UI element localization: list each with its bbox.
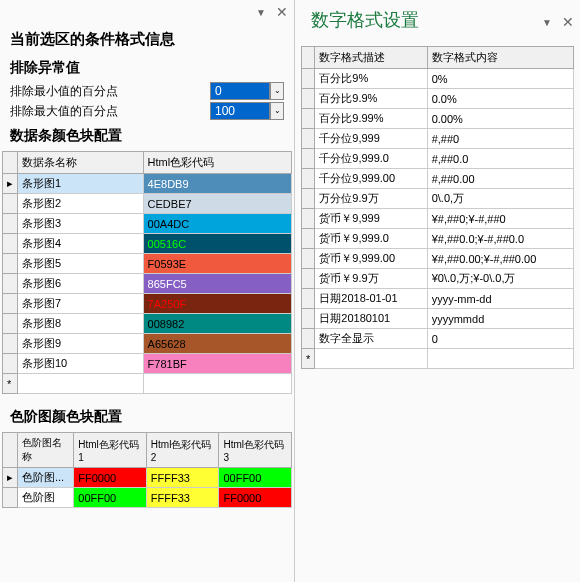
cell-content[interactable]: ¥#,##0.00;¥-#,##0.00 [427, 249, 573, 269]
table-row[interactable]: 色阶图 00FF00 FFFF33 FF0000 [3, 488, 292, 508]
table-row[interactable]: 百分比9.9% 0.0% [302, 89, 574, 109]
table-row[interactable]: 条形图7 7A250F [3, 294, 292, 314]
table-row[interactable]: 千分位9,999 #,##0 [302, 129, 574, 149]
cell-colorcode[interactable]: 865FC5 [143, 274, 291, 294]
table-row[interactable]: 百分比9.99% 0.00% [302, 109, 574, 129]
cell-desc[interactable]: 货币￥9.9万 [315, 269, 427, 289]
cell-c1[interactable]: 00FF00 [74, 488, 147, 508]
cell-colorcode[interactable]: CEDBE7 [143, 194, 291, 214]
table-row[interactable]: 条形图3 00A4DC [3, 214, 292, 234]
gradient-table-wrap: 色阶图名称 Html色彩代码1 Html色彩代码2 Html色彩代码3 ▸ 色阶… [0, 430, 294, 508]
table-row[interactable]: 百分比9% 0% [302, 69, 574, 89]
cell-c3[interactable]: FF0000 [219, 488, 292, 508]
cell-content[interactable]: ¥#,##0.0;¥-#,##0.0 [427, 229, 573, 249]
table-row[interactable]: 货币￥9,999 ¥#,##0;¥-#,##0 [302, 209, 574, 229]
cell-name[interactable]: 条形图2 [18, 194, 144, 214]
table-row[interactable]: 条形图10 F781BF [3, 354, 292, 374]
cell-name[interactable]: 条形图7 [18, 294, 144, 314]
cell-content[interactable]: 0\.0,万 [427, 189, 573, 209]
cell-desc[interactable]: 货币￥9,999.00 [315, 249, 427, 269]
cell-content[interactable]: yyyymmdd [427, 309, 573, 329]
cell-content[interactable]: #,##0.00 [427, 169, 573, 189]
cell-desc[interactable]: 百分比9.9% [315, 89, 427, 109]
cell-desc[interactable]: 日期20180101 [315, 309, 427, 329]
cell-colorcode[interactable]: F0593E [143, 254, 291, 274]
cell-desc[interactable]: 货币￥9,999.0 [315, 229, 427, 249]
table-row[interactable]: 条形图6 865FC5 [3, 274, 292, 294]
cell-gname[interactable]: 色阶图... [18, 468, 74, 488]
table-row[interactable]: 条形图5 F0593E [3, 254, 292, 274]
outlier-max-input[interactable] [210, 102, 270, 120]
cell-colorcode[interactable]: 008982 [143, 314, 291, 334]
row-header-blank [302, 47, 315, 69]
cell-content[interactable]: #,##0.0 [427, 149, 573, 169]
spinner-icon[interactable]: ⌄ [270, 102, 284, 120]
cell-desc[interactable]: 日期2018-01-01 [315, 289, 427, 309]
outlier-max-row: 排除最大值的百分点 ⌄ [0, 101, 294, 121]
table-row[interactable]: 数字全显示 0 [302, 329, 574, 349]
table-header-row: 数字格式描述 数字格式内容 [302, 47, 574, 69]
cell-name[interactable]: 条形图8 [18, 314, 144, 334]
cell-desc[interactable]: 百分比9% [315, 69, 427, 89]
table-header-row: 色阶图名称 Html色彩代码1 Html色彩代码2 Html色彩代码3 [3, 433, 292, 468]
table-row[interactable]: 货币￥9.9万 ¥0\.0,万;¥-0\.0,万 [302, 269, 574, 289]
table-new-row[interactable]: * [302, 349, 574, 369]
cell-desc[interactable]: 千分位9,999.0 [315, 149, 427, 169]
cell-content[interactable]: ¥0\.0,万;¥-0\.0,万 [427, 269, 573, 289]
table-row[interactable]: 万分位9.9万 0\.0,万 [302, 189, 574, 209]
cell-colorcode[interactable]: 7A250F [143, 294, 291, 314]
table-new-row[interactable]: * [3, 374, 292, 394]
cell-name[interactable]: 条形图10 [18, 354, 144, 374]
cell-colorcode[interactable]: F781BF [143, 354, 291, 374]
outlier-min-input[interactable] [210, 82, 270, 100]
close-icon[interactable]: ✕ [276, 4, 288, 20]
cell-c3[interactable]: 00FF00 [219, 468, 292, 488]
table-row[interactable]: ▸ 色阶图... FF0000 FFFF33 00FF00 [3, 468, 292, 488]
cell-c2[interactable]: FFFF33 [146, 488, 219, 508]
cell-colorcode[interactable]: 00A4DC [143, 214, 291, 234]
cell-gname[interactable]: 色阶图 [18, 488, 74, 508]
cell-desc[interactable]: 千分位9,999 [315, 129, 427, 149]
dropdown-icon[interactable]: ▼ [256, 7, 266, 18]
cell-content[interactable]: 0.0% [427, 89, 573, 109]
cell-content[interactable]: yyyy-mm-dd [427, 289, 573, 309]
cell-c1[interactable]: FF0000 [74, 468, 147, 488]
cell-colorcode[interactable]: 4E8DB9 [143, 174, 291, 194]
cell-name[interactable]: 条形图5 [18, 254, 144, 274]
cell-name[interactable]: 条形图4 [18, 234, 144, 254]
databar-table: 数据条名称 Html色彩代码 ▸ 条形图1 4E8DB9 条形图2 CEDBE7… [2, 151, 292, 394]
cell-content[interactable]: 0% [427, 69, 573, 89]
table-row[interactable]: 千分位9,999.00 #,##0.00 [302, 169, 574, 189]
table-row[interactable]: 千分位9,999.0 #,##0.0 [302, 149, 574, 169]
table-row[interactable]: 条形图8 008982 [3, 314, 292, 334]
cell-content[interactable]: #,##0 [427, 129, 573, 149]
col-c1: Html色彩代码1 [74, 433, 147, 468]
cell-desc[interactable]: 万分位9.9万 [315, 189, 427, 209]
cell-desc[interactable]: 数字全显示 [315, 329, 427, 349]
cell-desc[interactable]: 货币￥9,999 [315, 209, 427, 229]
cell-colorcode[interactable]: 00516C [143, 234, 291, 254]
table-row[interactable]: 货币￥9,999.00 ¥#,##0.00;¥-#,##0.00 [302, 249, 574, 269]
cell-name[interactable]: 条形图3 [18, 214, 144, 234]
close-icon[interactable]: ✕ [562, 14, 574, 30]
table-row[interactable]: 条形图9 A65628 [3, 334, 292, 354]
table-row[interactable]: 条形图4 00516C [3, 234, 292, 254]
cell-c2[interactable]: FFFF33 [146, 468, 219, 488]
cell-colorcode[interactable]: A65628 [143, 334, 291, 354]
cell-desc[interactable]: 千分位9,999.00 [315, 169, 427, 189]
dropdown-icon[interactable]: ▼ [542, 17, 552, 28]
cell-name[interactable]: 条形图9 [18, 334, 144, 354]
table-row[interactable]: 日期2018-01-01 yyyy-mm-dd [302, 289, 574, 309]
cell-name[interactable]: 条形图6 [18, 274, 144, 294]
spinner-icon[interactable]: ⌄ [270, 82, 284, 100]
cell-content[interactable]: 0 [427, 329, 573, 349]
table-row[interactable]: 条形图2 CEDBE7 [3, 194, 292, 214]
table-row[interactable]: 日期20180101 yyyymmdd [302, 309, 574, 329]
right-panel-header: 数字格式设置 ▼ ✕ [295, 0, 580, 44]
cell-content[interactable]: ¥#,##0;¥-#,##0 [427, 209, 573, 229]
table-row[interactable]: ▸ 条形图1 4E8DB9 [3, 174, 292, 194]
table-row[interactable]: 货币￥9,999.0 ¥#,##0.0;¥-#,##0.0 [302, 229, 574, 249]
cell-desc[interactable]: 百分比9.99% [315, 109, 427, 129]
cell-name[interactable]: 条形图1 [18, 174, 144, 194]
cell-content[interactable]: 0.00% [427, 109, 573, 129]
